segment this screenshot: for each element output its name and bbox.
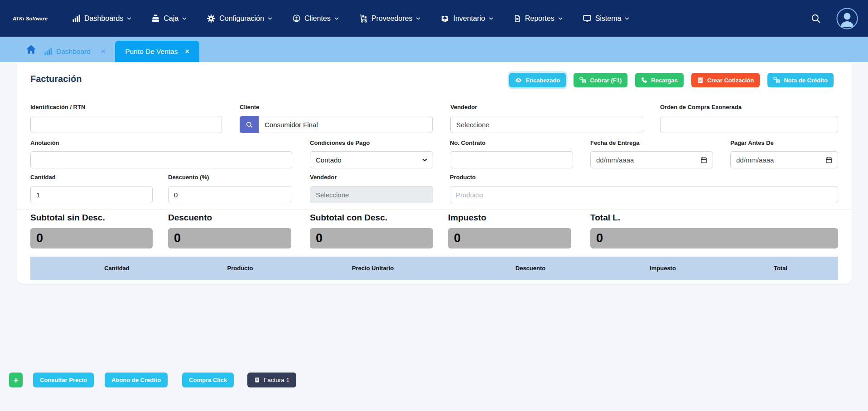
button-label: Nota de Crédito xyxy=(784,77,828,84)
divider xyxy=(17,210,852,210)
nav-item-proveedores[interactable]: Proveedores xyxy=(359,14,421,23)
nav-label: Proveedores xyxy=(371,14,413,23)
consultar-precio-button[interactable]: Consultar Precio xyxy=(33,373,94,387)
col-cantidad: Cantidad xyxy=(104,265,130,272)
chevron-down-icon xyxy=(182,17,187,20)
close-icon[interactable]: × xyxy=(101,47,106,56)
calendar-icon[interactable] xyxy=(700,157,707,163)
date-placeholder: dd/mm/aaaa xyxy=(736,156,774,164)
vendedor-select[interactable]: Seleccione xyxy=(450,116,643,133)
user-avatar[interactable] xyxy=(836,8,858,29)
search-icon xyxy=(246,121,253,128)
recargas-button[interactable]: Recargas xyxy=(635,73,684,87)
subtotal-con-desc-value: 0 xyxy=(310,228,433,249)
cobrar-button[interactable]: Cobrar (F1) xyxy=(574,73,627,87)
fecha-entrega-label: Fecha de Entrega xyxy=(590,139,639,146)
descuento-total-value: 0 xyxy=(168,228,291,249)
col-producto: Producto xyxy=(227,265,253,272)
condiciones-select[interactable]: Contado xyxy=(310,151,433,168)
nota-credito-button[interactable]: Nota de Crédito xyxy=(767,73,834,87)
nav-item-reportes[interactable]: Reportes xyxy=(514,14,563,23)
footer-actions: + Consultar Precio Abono de Credito Comp… xyxy=(9,373,296,387)
subtotal-sin-desc-value: 0 xyxy=(30,228,153,249)
subtotal-con-desc-label: Subtotal con Desc. xyxy=(310,213,387,223)
page-title: Facturación xyxy=(30,74,82,84)
tab-dashboard[interactable]: Dashboard × xyxy=(44,41,106,62)
col-impuesto: Impuesto xyxy=(650,265,676,272)
nav-item-inventario[interactable]: Inventario xyxy=(441,14,493,23)
pagar-antes-input[interactable]: dd/mm/aaaa xyxy=(730,151,838,168)
cantidad-label: Cantidad xyxy=(30,174,56,181)
pagar-antes-label: Pagar Antes De xyxy=(730,139,774,146)
vendedor2-label: Vendedor xyxy=(310,174,337,181)
home-icon[interactable] xyxy=(26,44,36,55)
chevron-down-icon xyxy=(127,17,131,20)
nav-item-clientes[interactable]: Clientes xyxy=(293,14,339,23)
chevron-down-icon xyxy=(625,17,629,20)
nav-item-dashboards[interactable]: Dashboards xyxy=(72,14,131,23)
file-report-icon xyxy=(514,15,521,22)
receipt-icon xyxy=(254,377,260,383)
nav-label: Dashboards xyxy=(84,14,123,23)
select-value: Contado xyxy=(316,156,342,164)
add-invoice-button[interactable]: + xyxy=(9,373,23,387)
button-label: Recargas xyxy=(651,77,678,84)
chevron-down-icon xyxy=(558,17,563,20)
date-placeholder: dd/mm/aaaa xyxy=(596,156,634,164)
main-menu: Dashboards Caja Configuración Clientes P… xyxy=(72,14,629,23)
gear-icon xyxy=(207,14,215,23)
tab-punto-de-ventas[interactable]: Punto De Ventas × xyxy=(115,41,199,62)
factura-tab-button[interactable]: Factura 1 xyxy=(247,373,296,387)
button-label: Crear Cotización xyxy=(707,77,754,84)
nav-item-caja[interactable]: Caja xyxy=(152,14,187,23)
navbar-right xyxy=(811,8,858,29)
col-descuento: Descuento xyxy=(516,265,545,272)
cliente-search-button[interactable] xyxy=(240,116,259,133)
button-label: Encabezado xyxy=(526,77,560,84)
chevron-down-icon xyxy=(416,17,420,20)
cash-coins-icon xyxy=(579,77,586,84)
nav-item-configuracion[interactable]: Configuración xyxy=(207,14,272,23)
condiciones-label: Condiciones de Pago xyxy=(310,139,370,146)
search-icon[interactable] xyxy=(811,14,821,24)
crear-cotizacion-button[interactable]: Crear Cotización xyxy=(691,73,760,87)
nav-label: Caja xyxy=(164,14,178,23)
close-icon[interactable]: × xyxy=(185,48,189,56)
eye-icon xyxy=(515,77,522,84)
dolly-icon xyxy=(359,14,367,23)
vendedor2-select-disabled: Seleccione xyxy=(310,186,433,203)
total-l-label: Total L. xyxy=(590,213,620,223)
anotacion-input[interactable] xyxy=(30,151,292,168)
box-open-icon xyxy=(441,14,449,23)
fecha-entrega-input[interactable]: dd/mm/aaaa xyxy=(590,151,713,168)
button-label: Cobrar (F1) xyxy=(590,77,622,84)
impuesto-total-label: Impuesto xyxy=(448,213,486,223)
cash-register-icon xyxy=(152,14,159,22)
descuento-input[interactable] xyxy=(168,186,291,203)
contrato-input[interactable] xyxy=(450,151,573,168)
top-navbar: ATKi Software Dashboards Caja Configurac… xyxy=(0,0,868,37)
button-label: Factura 1 xyxy=(264,377,289,383)
nav-label: Clientes xyxy=(304,14,331,23)
cliente-input[interactable] xyxy=(259,116,433,133)
compra-click-button[interactable]: Compra Click xyxy=(182,373,234,387)
nav-item-sistema[interactable]: Sistema xyxy=(583,14,630,23)
cliente-label: Cliente xyxy=(240,104,259,110)
encabezado-button[interactable]: Encabezado xyxy=(509,73,566,87)
tab-label: Dashboard xyxy=(56,48,91,56)
cantidad-input[interactable] xyxy=(30,186,153,203)
nav-label: Reportes xyxy=(525,14,555,23)
producto-input[interactable] xyxy=(450,186,838,203)
nav-label: Inventario xyxy=(453,14,485,23)
identificacion-label: Identificación / RTN xyxy=(30,104,85,110)
bar-chart-icon xyxy=(44,48,52,55)
orden-input[interactable] xyxy=(660,116,838,133)
calendar-icon[interactable] xyxy=(825,157,832,163)
abono-credito-button[interactable]: Abono de Credito xyxy=(105,373,168,387)
brand-logo[interactable]: ATKi Software xyxy=(13,16,56,21)
descuento-label: Descuento (%) xyxy=(168,174,209,181)
anotacion-label: Anotación xyxy=(30,139,59,146)
identificacion-input[interactable] xyxy=(30,116,222,133)
tab-label: Punto De Ventas xyxy=(125,48,178,56)
bar-chart-icon xyxy=(72,14,80,22)
